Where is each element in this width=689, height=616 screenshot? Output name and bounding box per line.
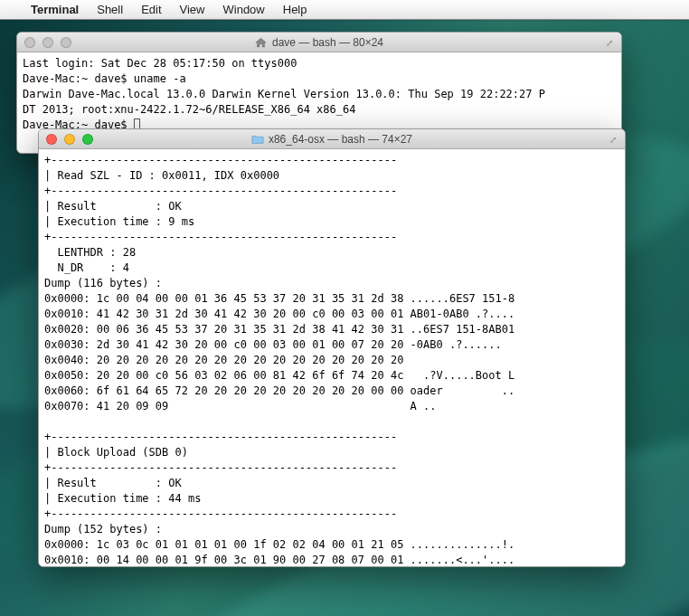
terminal-content-back[interactable]: Last login: Sat Dec 28 05:17:50 on ttys0… [17, 52, 621, 137]
menubar: Terminal Shell Edit View Window Help [0, 0, 689, 20]
minimize-button[interactable] [42, 37, 53, 48]
expand-icon[interactable]: ⤢ [603, 36, 616, 49]
terminal-window-front[interactable]: x86_64-osx — bash — 74×27 ⤢ +-----------… [38, 128, 626, 567]
close-button[interactable] [24, 37, 35, 48]
window-title: x86_64-osx — bash — 74×27 [269, 133, 412, 146]
minimize-button[interactable] [64, 134, 75, 145]
folder-icon [251, 134, 264, 145]
menu-view[interactable]: View [171, 3, 214, 16]
zoom-button[interactable] [82, 134, 93, 145]
expand-icon[interactable]: ⤢ [607, 133, 619, 146]
menu-shell[interactable]: Shell [88, 3, 132, 16]
close-button[interactable] [46, 134, 57, 145]
window-title: dave — bash — 80×24 [272, 36, 383, 49]
menu-app[interactable]: Terminal [22, 3, 88, 16]
menu-window[interactable]: Window [214, 3, 274, 16]
home-icon [255, 37, 268, 48]
titlebar-front[interactable]: x86_64-osx — bash — 74×27 ⤢ [39, 129, 625, 149]
menu-help[interactable]: Help [274, 3, 316, 16]
menu-edit[interactable]: Edit [132, 3, 170, 16]
terminal-content-front[interactable]: +---------------------------------------… [39, 149, 625, 567]
zoom-button[interactable] [61, 37, 71, 48]
titlebar-back[interactable]: dave — bash — 80×24 ⤢ [17, 33, 621, 52]
